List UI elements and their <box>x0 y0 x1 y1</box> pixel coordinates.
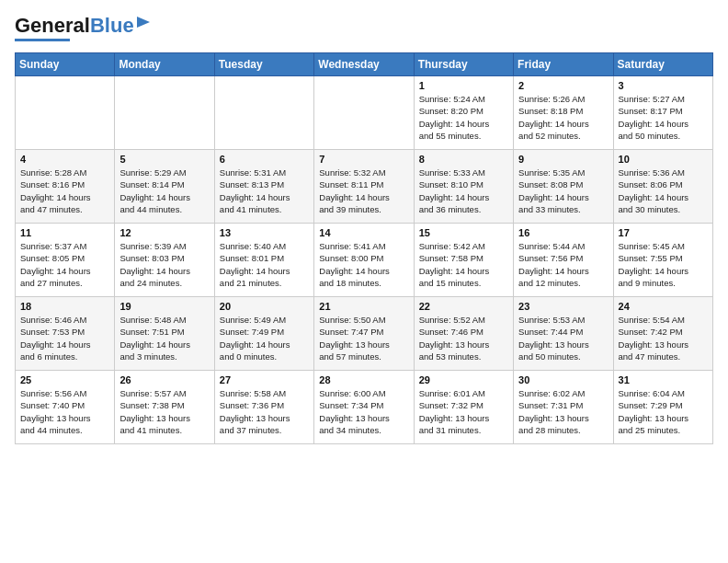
day-info: Sunrise: 5:46 AM Sunset: 7:53 PM Dayligh… <box>20 314 109 362</box>
calendar-cell: 19Sunrise: 5:48 AM Sunset: 7:51 PM Dayli… <box>115 297 214 371</box>
day-number: 25 <box>20 374 109 385</box>
day-info: Sunrise: 5:35 AM Sunset: 8:08 PM Dayligh… <box>518 167 608 215</box>
calendar-cell: 20Sunrise: 5:49 AM Sunset: 7:49 PM Dayli… <box>214 297 313 371</box>
calendar-cell: 2Sunrise: 5:26 AM Sunset: 8:18 PM Daylig… <box>514 76 613 150</box>
day-info: Sunrise: 5:48 AM Sunset: 7:51 PM Dayligh… <box>119 314 209 362</box>
day-number: 27 <box>220 374 309 385</box>
day-number: 10 <box>619 154 708 165</box>
day-info: Sunrise: 5:52 AM Sunset: 7:46 PM Dayligh… <box>419 314 508 362</box>
day-info: Sunrise: 5:49 AM Sunset: 7:49 PM Dayligh… <box>220 314 309 362</box>
day-info: Sunrise: 5:40 AM Sunset: 8:01 PM Dayligh… <box>220 240 309 289</box>
calendar-cell: 24Sunrise: 5:54 AM Sunset: 7:42 PM Dayli… <box>613 297 712 371</box>
calendar-cell: 29Sunrise: 6:01 AM Sunset: 7:32 PM Dayli… <box>414 371 513 444</box>
day-header-saturday: Saturday <box>613 53 712 76</box>
day-number: 3 <box>619 80 708 91</box>
calendar-week-row: 25Sunrise: 5:56 AM Sunset: 7:40 PM Dayli… <box>16 371 713 444</box>
svg-marker-0 <box>137 17 150 28</box>
day-info: Sunrise: 5:45 AM Sunset: 7:55 PM Dayligh… <box>619 240 708 289</box>
day-info: Sunrise: 5:56 AM Sunset: 7:40 PM Dayligh… <box>20 387 109 436</box>
day-info: Sunrise: 5:24 AM Sunset: 8:20 PM Dayligh… <box>419 93 508 142</box>
header: GeneralBlue <box>15 15 713 41</box>
calendar-cell: 4Sunrise: 5:28 AM Sunset: 8:16 PM Daylig… <box>16 150 115 224</box>
day-info: Sunrise: 5:57 AM Sunset: 7:38 PM Dayligh… <box>119 387 209 436</box>
calendar-cell: 10Sunrise: 5:36 AM Sunset: 8:06 PM Dayli… <box>613 150 712 224</box>
day-header-wednesday: Wednesday <box>314 53 414 76</box>
calendar-cell: 25Sunrise: 5:56 AM Sunset: 7:40 PM Dayli… <box>16 371 115 444</box>
calendar-cell <box>314 76 414 150</box>
day-info: Sunrise: 6:04 AM Sunset: 7:29 PM Dayligh… <box>619 387 708 436</box>
day-header-monday: Monday <box>115 53 214 76</box>
day-info: Sunrise: 6:01 AM Sunset: 7:32 PM Dayligh… <box>419 387 508 436</box>
day-number: 15 <box>419 227 508 238</box>
calendar-cell: 22Sunrise: 5:52 AM Sunset: 7:46 PM Dayli… <box>414 297 513 371</box>
logo-text: GeneralBlue <box>15 15 134 37</box>
calendar-table: SundayMondayTuesdayWednesdayThursdayFrid… <box>15 52 713 444</box>
day-info: Sunrise: 5:32 AM Sunset: 8:11 PM Dayligh… <box>319 167 408 215</box>
day-number: 12 <box>119 227 209 238</box>
calendar-cell: 21Sunrise: 5:50 AM Sunset: 7:47 PM Dayli… <box>314 297 414 371</box>
calendar-cell: 15Sunrise: 5:42 AM Sunset: 7:58 PM Dayli… <box>414 224 513 297</box>
days-header-row: SundayMondayTuesdayWednesdayThursdayFrid… <box>16 53 713 76</box>
calendar-cell: 27Sunrise: 5:58 AM Sunset: 7:36 PM Dayli… <box>214 371 313 444</box>
day-info: Sunrise: 6:00 AM Sunset: 7:34 PM Dayligh… <box>319 387 408 436</box>
day-header-thursday: Thursday <box>414 53 513 76</box>
calendar-cell: 14Sunrise: 5:41 AM Sunset: 8:00 PM Dayli… <box>314 224 414 297</box>
day-number: 6 <box>220 154 309 165</box>
day-number: 8 <box>419 154 508 165</box>
day-info: Sunrise: 5:31 AM Sunset: 8:13 PM Dayligh… <box>220 167 309 215</box>
day-number: 21 <box>319 301 408 312</box>
calendar-cell: 23Sunrise: 5:53 AM Sunset: 7:44 PM Dayli… <box>514 297 613 371</box>
calendar-cell <box>115 76 214 150</box>
logo-arrow-icon <box>137 15 152 29</box>
calendar-cell: 16Sunrise: 5:44 AM Sunset: 7:56 PM Dayli… <box>514 224 613 297</box>
calendar-cell: 6Sunrise: 5:31 AM Sunset: 8:13 PM Daylig… <box>214 150 313 224</box>
day-info: Sunrise: 5:42 AM Sunset: 7:58 PM Dayligh… <box>419 240 508 289</box>
day-info: Sunrise: 5:37 AM Sunset: 8:05 PM Dayligh… <box>20 240 109 289</box>
calendar-cell: 18Sunrise: 5:46 AM Sunset: 7:53 PM Dayli… <box>16 297 115 371</box>
logo: GeneralBlue <box>15 15 152 41</box>
day-info: Sunrise: 5:26 AM Sunset: 8:18 PM Dayligh… <box>518 93 608 142</box>
day-number: 29 <box>419 374 508 385</box>
day-info: Sunrise: 5:27 AM Sunset: 8:17 PM Dayligh… <box>619 93 708 142</box>
day-number: 16 <box>518 227 608 238</box>
day-number: 7 <box>319 154 408 165</box>
day-info: Sunrise: 5:53 AM Sunset: 7:44 PM Dayligh… <box>518 314 608 362</box>
day-number: 5 <box>119 154 209 165</box>
day-number: 13 <box>220 227 309 238</box>
day-info: Sunrise: 5:50 AM Sunset: 7:47 PM Dayligh… <box>319 314 408 362</box>
calendar-cell: 31Sunrise: 6:04 AM Sunset: 7:29 PM Dayli… <box>613 371 712 444</box>
calendar-cell: 9Sunrise: 5:35 AM Sunset: 8:08 PM Daylig… <box>514 150 613 224</box>
day-number: 31 <box>619 374 708 385</box>
day-info: Sunrise: 5:44 AM Sunset: 7:56 PM Dayligh… <box>518 240 608 289</box>
calendar-cell: 30Sunrise: 6:02 AM Sunset: 7:31 PM Dayli… <box>514 371 613 444</box>
day-number: 11 <box>20 227 109 238</box>
day-info: Sunrise: 5:28 AM Sunset: 8:16 PM Dayligh… <box>20 167 109 215</box>
day-info: Sunrise: 5:29 AM Sunset: 8:14 PM Dayligh… <box>119 167 209 215</box>
calendar-week-row: 1Sunrise: 5:24 AM Sunset: 8:20 PM Daylig… <box>16 76 713 150</box>
calendar-week-row: 18Sunrise: 5:46 AM Sunset: 7:53 PM Dayli… <box>16 297 713 371</box>
day-number: 4 <box>20 154 109 165</box>
day-number: 17 <box>619 227 708 238</box>
day-header-sunday: Sunday <box>16 53 115 76</box>
calendar-cell: 17Sunrise: 5:45 AM Sunset: 7:55 PM Dayli… <box>613 224 712 297</box>
day-number: 1 <box>419 80 508 91</box>
calendar-cell: 12Sunrise: 5:39 AM Sunset: 8:03 PM Dayli… <box>115 224 214 297</box>
day-number: 24 <box>619 301 708 312</box>
day-info: Sunrise: 5:41 AM Sunset: 8:00 PM Dayligh… <box>319 240 408 289</box>
day-number: 30 <box>518 374 608 385</box>
calendar-cell: 28Sunrise: 6:00 AM Sunset: 7:34 PM Dayli… <box>314 371 414 444</box>
calendar-cell: 8Sunrise: 5:33 AM Sunset: 8:10 PM Daylig… <box>414 150 513 224</box>
day-number: 19 <box>119 301 209 312</box>
day-info: Sunrise: 5:58 AM Sunset: 7:36 PM Dayligh… <box>220 387 309 436</box>
day-header-friday: Friday <box>514 53 613 76</box>
calendar-cell: 11Sunrise: 5:37 AM Sunset: 8:05 PM Dayli… <box>16 224 115 297</box>
day-number: 26 <box>119 374 209 385</box>
calendar-cell: 26Sunrise: 5:57 AM Sunset: 7:38 PM Dayli… <box>115 371 214 444</box>
day-number: 9 <box>518 154 608 165</box>
day-number: 14 <box>319 227 408 238</box>
day-number: 22 <box>419 301 508 312</box>
calendar-cell: 1Sunrise: 5:24 AM Sunset: 8:20 PM Daylig… <box>414 76 513 150</box>
day-info: Sunrise: 5:33 AM Sunset: 8:10 PM Dayligh… <box>419 167 508 215</box>
day-info: Sunrise: 5:36 AM Sunset: 8:06 PM Dayligh… <box>619 167 708 215</box>
calendar-week-row: 11Sunrise: 5:37 AM Sunset: 8:05 PM Dayli… <box>16 224 713 297</box>
